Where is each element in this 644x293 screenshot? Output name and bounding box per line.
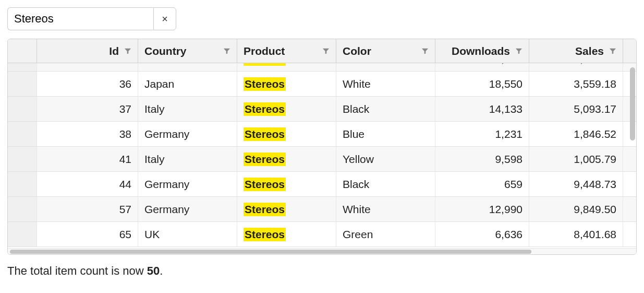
cell-sales: 9,448.73 <box>529 172 623 196</box>
cell-downloads: 1,231 <box>435 122 529 146</box>
footer-summary: The total item count is now 50. <box>7 264 637 278</box>
cell-color: White <box>336 63 435 71</box>
filter-icon[interactable] <box>515 48 523 55</box>
table-row[interactable]: 31GreeceStereosWhite18,8898,284.00 <box>8 63 636 72</box>
footer-prefix: The total item count is now <box>7 264 147 277</box>
filter-icon[interactable] <box>124 48 131 55</box>
cell-downloads: 9,598 <box>435 147 529 171</box>
cell-color: White <box>336 72 435 96</box>
table-row[interactable]: 37ItalyStereosBlack14,1335,093.17 <box>8 97 636 122</box>
close-icon: × <box>162 13 168 25</box>
cell-spacer <box>623 172 636 196</box>
cell-product: Stereos <box>237 63 336 71</box>
highlight: Stereos <box>244 153 286 166</box>
cell-color: Black <box>336 172 435 196</box>
cell-sales: 9,849.50 <box>529 197 623 221</box>
table-row[interactable]: 38GermanyStereosBlue1,2311,846.52 <box>8 122 636 147</box>
table-row[interactable]: 65UKStereosGreen6,6368,401.68 <box>8 222 636 247</box>
cell-product: Stereos <box>237 222 336 247</box>
cell-product: Stereos <box>237 147 336 171</box>
cell-country: Germany <box>138 122 237 146</box>
cell-color: Black <box>336 97 435 121</box>
search-bar: × <box>7 7 637 30</box>
grid-body[interactable]: 31GreeceStereosWhite18,8898,284.0036Japa… <box>8 63 636 248</box>
cell-id: 36 <box>37 72 138 96</box>
cell-sales: 3,559.18 <box>529 72 623 96</box>
cell-product: Stereos <box>237 122 336 146</box>
table-row[interactable]: 41ItalyStereosYellow9,5981,005.79 <box>8 147 636 172</box>
clear-search-button[interactable]: × <box>153 7 176 30</box>
cell-color: Yellow <box>336 147 435 171</box>
cell-product: Stereos <box>237 72 336 96</box>
highlight: Stereos <box>244 228 286 241</box>
cell-country: Italy <box>138 147 237 171</box>
column-header-product[interactable]: Product <box>237 39 336 63</box>
horizontal-scrollbar-track[interactable] <box>8 248 636 254</box>
cell-id: 57 <box>37 197 138 221</box>
column-header-country[interactable]: Country <box>138 39 237 63</box>
cell-id: 38 <box>37 122 138 146</box>
search-input[interactable] <box>7 7 153 30</box>
cell-sales: 1,005.79 <box>529 147 623 171</box>
cell-country: UK <box>138 222 237 247</box>
highlight: Stereos <box>244 102 286 116</box>
cell-id: 65 <box>37 222 138 247</box>
column-label: Id <box>109 45 119 57</box>
cell-downloads: 14,133 <box>435 97 529 121</box>
row-header-cell <box>8 197 37 221</box>
row-header-cell <box>8 63 37 71</box>
filter-icon[interactable] <box>322 48 330 55</box>
table-row[interactable]: 36JapanStereosWhite18,5503,559.18 <box>8 72 636 97</box>
cell-product: Stereos <box>237 97 336 121</box>
cell-id: 41 <box>37 147 138 171</box>
data-grid: Id Country Product Color Downloads <box>7 39 637 255</box>
row-header-cell <box>8 172 37 196</box>
filter-icon[interactable] <box>223 48 230 55</box>
cell-country: Greece <box>138 63 237 71</box>
filter-icon[interactable] <box>421 48 429 55</box>
row-header-cell <box>8 147 37 171</box>
highlight: Stereos <box>244 203 286 216</box>
column-header-id[interactable]: Id <box>37 39 138 63</box>
cell-country: Japan <box>138 72 237 96</box>
column-label: Sales <box>575 45 604 57</box>
column-label: Country <box>144 45 187 57</box>
cell-color: Blue <box>336 122 435 146</box>
cell-color: Green <box>336 222 435 247</box>
cell-spacer <box>623 222 636 247</box>
filter-icon[interactable] <box>609 48 616 55</box>
cell-sales: 8,284.00 <box>529 63 623 71</box>
cell-country: Germany <box>138 172 237 196</box>
cell-color: White <box>336 197 435 221</box>
cell-country: Italy <box>138 97 237 121</box>
column-label: Product <box>244 45 285 57</box>
table-row[interactable]: 57GermanyStereosWhite12,9909,849.50 <box>8 197 636 222</box>
row-header-cell <box>8 97 37 121</box>
row-header-cell <box>8 222 37 247</box>
highlight: Stereos <box>244 77 286 91</box>
column-header-downloads[interactable]: Downloads <box>435 39 529 63</box>
cell-product: Stereos <box>237 197 336 221</box>
column-header-sales[interactable]: Sales <box>529 39 623 63</box>
highlight: Stereos <box>244 63 286 66</box>
row-header-cell[interactable] <box>8 39 37 63</box>
footer-count: 50 <box>147 264 160 277</box>
column-header-color[interactable]: Color <box>336 39 435 63</box>
table-row[interactable]: 44GermanyStereosBlack6599,448.73 <box>8 172 636 197</box>
grid-header-row: Id Country Product Color Downloads <box>8 39 636 63</box>
cell-id: 44 <box>37 172 138 196</box>
cell-sales: 5,093.17 <box>529 97 623 121</box>
column-header-spacer <box>623 39 636 63</box>
cell-downloads: 659 <box>435 172 529 196</box>
cell-spacer <box>623 147 636 171</box>
cell-country: Germany <box>138 197 237 221</box>
highlight: Stereos <box>244 127 286 141</box>
horizontal-scrollbar-thumb[interactable] <box>10 250 531 254</box>
cell-downloads: 6,636 <box>435 222 529 247</box>
cell-downloads: 18,550 <box>435 72 529 96</box>
vertical-scrollbar[interactable] <box>630 67 635 140</box>
cell-downloads: 18,889 <box>435 63 529 71</box>
cell-sales: 1,846.52 <box>529 122 623 146</box>
cell-spacer <box>623 197 636 221</box>
cell-id: 31 <box>37 63 138 71</box>
